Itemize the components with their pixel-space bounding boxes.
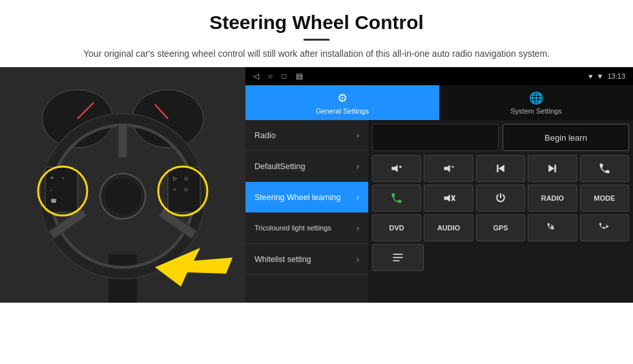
menu-item-whitelist[interactable]: Whitelist setting › <box>245 244 368 275</box>
time-display: 13:13 <box>607 72 625 80</box>
svg-text:○: ○ <box>173 187 176 192</box>
nav-icons: ◁ ○ □ ▤ <box>253 72 303 81</box>
grid-row-1 <box>372 155 629 182</box>
power-button[interactable] <box>476 185 525 212</box>
menu-radio-label: Radio <box>254 131 276 140</box>
grid-row-4 <box>372 244 629 271</box>
svg-rect-38 <box>555 165 557 172</box>
svg-marker-35 <box>499 165 504 172</box>
audio-label: AUDIO <box>437 224 460 232</box>
svg-marker-39 <box>444 194 450 202</box>
gear-settings-icon: ⚙ <box>337 91 348 105</box>
right-panel: ◁ ○ □ ▤ ♥ ▼ 13:13 ⚙ General Settings <box>245 67 633 303</box>
globe-settings-icon: 🌐 <box>529 91 543 105</box>
content-area: + - ↑ ☎ ▷ ◇ ○ ◇ <box>0 67 633 364</box>
android-body: Radio › DefaultSetting › Steering Wheel … <box>245 120 633 303</box>
subtitle-text: Your original car's steering wheel contr… <box>52 47 581 61</box>
svg-marker-37 <box>549 165 555 172</box>
svg-marker-33 <box>444 165 450 172</box>
menu-steering-label: Steering Wheel learning <box>254 193 340 202</box>
menu-tricoloured-label: Tricoloured light settings <box>254 223 331 232</box>
back-nav-icon[interactable]: ◁ <box>253 72 259 81</box>
svg-text:↑: ↑ <box>61 176 64 181</box>
learn-row: Begin learn <box>372 124 629 151</box>
menu-item-default[interactable]: DefaultSetting › <box>245 151 368 182</box>
dvd-button[interactable]: DVD <box>372 214 421 241</box>
home-nav-icon[interactable]: ○ <box>268 72 273 81</box>
menu-list: Radio › DefaultSetting › Steering Wheel … <box>245 120 368 303</box>
svg-marker-44 <box>607 225 608 228</box>
chevron-right-icon: › <box>357 193 359 202</box>
page-title: Steering Wheel Control <box>39 12 594 34</box>
svg-rect-46 <box>393 254 402 255</box>
mode-label: MODE <box>594 194 615 202</box>
tab-bar: ⚙ General Settings 🌐 System Settings <box>245 85 633 120</box>
chevron-right-icon: › <box>357 224 359 233</box>
recent-nav-icon[interactable]: □ <box>282 72 286 81</box>
header-section: Steering Wheel Control Your original car… <box>0 0 633 67</box>
status-bar: ◁ ○ □ ▤ ♥ ▼ 13:13 <box>245 67 633 85</box>
menu-default-label: DefaultSetting <box>254 162 306 171</box>
dvd-label: DVD <box>389 224 404 232</box>
status-right: ♥ ▼ 13:13 <box>588 72 625 80</box>
svg-text:◇: ◇ <box>184 187 189 192</box>
grid-row-3: DVD AUDIO GPS <box>372 214 629 241</box>
list-button[interactable] <box>372 244 424 271</box>
tab-system-label: System Settings <box>510 107 561 115</box>
prev-track-button[interactable] <box>476 155 525 182</box>
menu-whitelist-label: Whitelist setting <box>254 255 311 264</box>
call-accept-button[interactable] <box>372 185 421 212</box>
menu-item-tricoloured[interactable]: Tricoloured light settings › <box>245 213 368 244</box>
menu-nav-icon[interactable]: ▤ <box>296 72 303 81</box>
svg-text:☎: ☎ <box>50 198 57 204</box>
gps-label: GPS <box>493 224 508 232</box>
phone-prev-button[interactable] <box>528 214 577 241</box>
svg-marker-30 <box>392 165 398 172</box>
audio-button[interactable]: AUDIO <box>424 214 473 241</box>
chevron-right-icon: › <box>357 162 359 171</box>
svg-rect-47 <box>393 257 402 258</box>
begin-learn-label: Begin learn <box>545 133 587 143</box>
chevron-right-icon: › <box>357 131 359 140</box>
gps-button[interactable]: GPS <box>476 214 525 241</box>
page-container: Steering Wheel Control Your original car… <box>0 0 633 364</box>
signal-icon: ▼ <box>597 72 604 80</box>
mode-button[interactable]: MODE <box>580 185 629 212</box>
svg-text:▷: ▷ <box>173 176 178 181</box>
vol-up-button[interactable] <box>372 155 421 182</box>
steering-wheel-bg: + - ↑ ☎ ▷ ◇ ○ ◇ <box>0 67 245 303</box>
svg-rect-48 <box>393 260 399 261</box>
title-divider <box>304 39 329 41</box>
begin-learn-button[interactable]: Begin learn <box>503 124 629 151</box>
grid-row-2: RADIO MODE <box>372 185 629 212</box>
empty-slot <box>372 124 499 151</box>
phone-next-button[interactable] <box>580 214 629 241</box>
control-grid: Begin learn <box>368 120 633 303</box>
left-panel: + - ↑ ☎ ▷ ◇ ○ ◇ <box>0 67 245 303</box>
location-icon: ♥ <box>588 72 593 80</box>
svg-point-16 <box>105 178 141 214</box>
tab-general-label: General Settings <box>316 107 369 115</box>
svg-rect-45 <box>606 225 607 228</box>
svg-text:◇: ◇ <box>184 176 189 181</box>
chevron-right-icon: › <box>357 255 359 264</box>
radio-label: RADIO <box>541 194 564 202</box>
svg-text:-: - <box>50 187 52 192</box>
phone-button[interactable] <box>580 155 629 182</box>
radio-button[interactable]: RADIO <box>528 185 577 212</box>
next-track-button[interactable] <box>528 155 577 182</box>
vol-down-button[interactable] <box>424 155 473 182</box>
svg-rect-36 <box>497 165 499 172</box>
svg-text:+: + <box>50 175 54 181</box>
mute-button[interactable] <box>424 185 473 212</box>
tab-general-settings[interactable]: ⚙ General Settings <box>245 85 439 120</box>
svg-rect-43 <box>552 225 552 228</box>
menu-item-steering[interactable]: Steering Wheel learning › <box>245 182 368 213</box>
tab-system-settings[interactable]: 🌐 System Settings <box>439 85 633 120</box>
menu-item-radio[interactable]: Radio › <box>245 120 368 151</box>
